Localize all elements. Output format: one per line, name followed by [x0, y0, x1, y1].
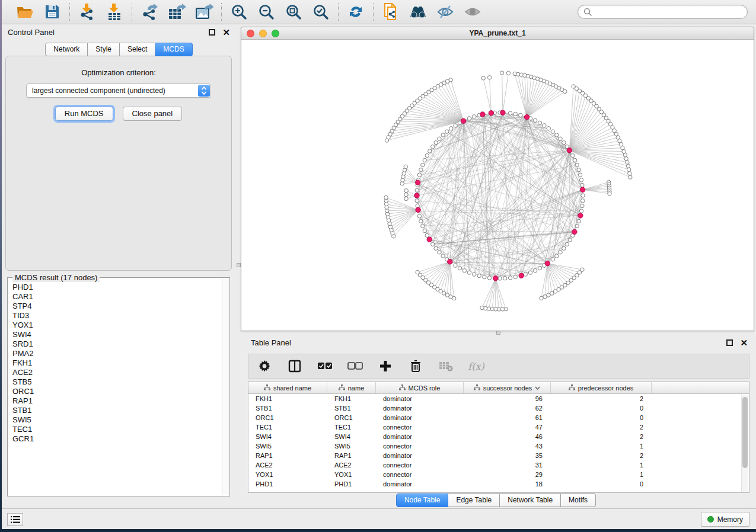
network-node[interactable]	[487, 276, 491, 280]
network-node[interactable]	[438, 251, 441, 254]
network-leaf-node[interactable]	[500, 71, 503, 75]
network-leaf-node[interactable]	[629, 175, 632, 179]
import-network-icon[interactable]	[78, 2, 97, 21]
network-leaf-node[interactable]	[626, 164, 630, 168]
table-row[interactable]: ORC1ORC1dominator610	[248, 413, 749, 422]
network-hub-node[interactable]	[545, 261, 550, 265]
mcds-result-item[interactable]: YOX1	[12, 321, 222, 330]
network-node[interactable]	[434, 141, 438, 145]
network-leaf-node[interactable]	[547, 293, 550, 297]
export-image-icon[interactable]	[194, 2, 213, 21]
network-leaf-node[interactable]	[449, 78, 452, 82]
network-node[interactable]	[473, 115, 476, 118]
mcds-result-item[interactable]: TEC1	[12, 425, 222, 434]
column-header-name[interactable]: name	[327, 382, 376, 393]
network-node[interactable]	[415, 188, 419, 192]
horizontal-splitter-handle[interactable]	[496, 331, 500, 335]
network-node[interactable]	[483, 275, 486, 278]
network-hub-node[interactable]	[427, 237, 432, 242]
tab-edge-table[interactable]: Edge Table	[448, 493, 500, 507]
window-maximize-icon[interactable]	[272, 30, 279, 37]
network-node[interactable]	[570, 153, 574, 157]
network-leaf-node[interactable]	[624, 157, 628, 161]
network-leaf-node[interactable]	[404, 193, 408, 196]
mcds-result-item[interactable]: STB5	[12, 377, 222, 387]
network-node[interactable]	[551, 258, 554, 261]
network-node[interactable]	[428, 149, 432, 153]
table-row[interactable]: PHD1PHD1dominator180	[248, 479, 749, 489]
table-settings-icon[interactable]	[257, 358, 272, 374]
network-hub-node[interactable]	[414, 193, 419, 198]
network-node[interactable]	[417, 214, 421, 218]
network-node[interactable]	[533, 268, 537, 272]
refresh-icon[interactable]	[346, 2, 365, 21]
tab-style[interactable]: Style	[88, 43, 120, 56]
network-node[interactable]	[538, 266, 541, 270]
network-leaf-node[interactable]	[384, 196, 388, 199]
network-hub-node[interactable]	[480, 112, 485, 117]
network-leaf-node[interactable]	[608, 192, 611, 196]
network-leaf-node[interactable]	[626, 161, 629, 164]
network-window-titlebar[interactable]: YPA_prune.txt_1	[241, 27, 754, 40]
table-row[interactable]: YOX1YOX1connector291	[248, 470, 749, 479]
window-close-icon[interactable]	[247, 30, 254, 37]
table-mode-columns-icon[interactable]	[287, 358, 302, 374]
network-node[interactable]	[577, 219, 580, 223]
table-row[interactable]: SWI4SWI4dominator462	[248, 432, 749, 441]
network-node[interactable]	[508, 276, 512, 280]
network-hub-node[interactable]	[524, 114, 529, 119]
network-node[interactable]	[425, 233, 429, 237]
tab-network-table[interactable]: Network Table	[500, 493, 561, 507]
network-node[interactable]	[551, 130, 554, 133]
network-node[interactable]	[503, 277, 507, 280]
network-node[interactable]	[423, 229, 426, 232]
mcds-result-item[interactable]: SRD1	[12, 339, 222, 349]
network-node[interactable]	[421, 224, 425, 227]
network-hub-node[interactable]	[500, 110, 505, 115]
network-node[interactable]	[513, 275, 517, 278]
network-leaf-node[interactable]	[543, 295, 547, 299]
network-node[interactable]	[417, 173, 421, 177]
column-header-shared-name[interactable]: shared name	[248, 382, 327, 393]
network-leaf-node[interactable]	[621, 146, 624, 149]
mcds-result-item[interactable]: RAP1	[12, 396, 222, 406]
network-node[interactable]	[477, 274, 481, 277]
network-node[interactable]	[434, 246, 438, 250]
network-node[interactable]	[528, 271, 532, 274]
tab-motifs[interactable]: Motifs	[561, 493, 596, 507]
zoom-out-icon[interactable]	[257, 2, 276, 21]
tab-network[interactable]: Network	[45, 43, 88, 56]
network-node[interactable]	[467, 271, 471, 274]
zoom-fit-icon[interactable]	[284, 2, 303, 21]
network-node[interactable]	[498, 277, 502, 280]
network-node[interactable]	[580, 183, 584, 187]
mcds-result-item[interactable]: ORC1	[12, 387, 222, 396]
network-leaf-node[interactable]	[540, 296, 543, 300]
window-minimize-icon[interactable]	[259, 30, 267, 37]
network-leaf-node[interactable]	[404, 165, 407, 168]
network-node[interactable]	[415, 199, 419, 203]
close-table-panel-icon[interactable]: ✕	[740, 339, 748, 346]
show-all-icon[interactable]	[463, 2, 482, 21]
close-panel-button[interactable]: Close panel	[123, 107, 183, 121]
network-node[interactable]	[533, 118, 537, 122]
mcds-result-item[interactable]: SWI5	[12, 415, 222, 425]
network-node[interactable]	[458, 266, 461, 270]
table-row[interactable]: SWI5SWI5connector431	[248, 441, 749, 451]
export-network-file-icon[interactable]	[381, 2, 400, 21]
network-node[interactable]	[454, 264, 457, 267]
network-node[interactable]	[559, 137, 562, 140]
hide-selected-icon[interactable]	[436, 2, 455, 21]
mcds-result-item[interactable]: CAR1	[12, 292, 222, 302]
network-node[interactable]	[462, 268, 466, 272]
open-file-icon[interactable]	[15, 2, 34, 21]
network-node[interactable]	[562, 141, 566, 145]
network-node[interactable]	[445, 130, 449, 133]
network-node[interactable]	[524, 273, 527, 276]
mcds-result-item[interactable]: TID3	[12, 311, 222, 321]
network-node[interactable]	[580, 204, 584, 207]
network-node[interactable]	[438, 137, 441, 140]
network-hub-node[interactable]	[461, 118, 465, 123]
mcds-result-item[interactable]: STP4	[12, 302, 222, 311]
mcds-result-item[interactable]: PMA2	[12, 349, 222, 358]
